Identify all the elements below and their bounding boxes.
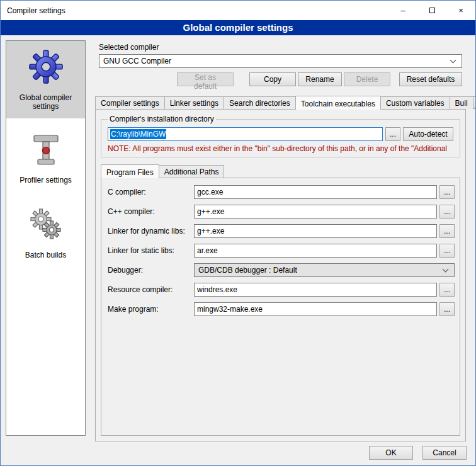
category-sidebar: Global compiler settings Profiler settin… bbox=[6, 40, 86, 436]
form-row: Make program: ... bbox=[108, 302, 455, 316]
close-icon: × bbox=[458, 6, 463, 15]
dialog-banner: Global compiler settings bbox=[1, 20, 475, 35]
profiler-tool-icon bbox=[29, 132, 63, 169]
installation-directory-input[interactable]: C:\raylib\MinGW bbox=[108, 127, 383, 141]
debugger-dropdown[interactable]: GDB/CDB debugger : Default bbox=[194, 263, 455, 277]
form-row: Linker for static libs: ... bbox=[108, 244, 455, 258]
selected-compiler-value: GNU GCC Compiler bbox=[103, 57, 447, 65]
make-program-label: Make program: bbox=[108, 305, 194, 314]
dynamic-linker-input[interactable] bbox=[194, 224, 437, 238]
program-files-tabstrip: Program Files Additional Paths bbox=[101, 164, 465, 178]
tab-compiler-settings[interactable]: Compiler settings bbox=[95, 96, 165, 109]
minimize-icon: – bbox=[400, 6, 405, 15]
cpp-compiler-browse-button[interactable]: ... bbox=[439, 205, 455, 219]
set-as-default-button: Set as default bbox=[177, 72, 234, 86]
window-title: Compiler settings bbox=[7, 6, 65, 15]
cpp-compiler-label: C++ compiler: bbox=[108, 207, 194, 216]
resource-compiler-browse-button[interactable]: ... bbox=[439, 283, 455, 297]
chevron-down-icon bbox=[450, 57, 456, 64]
form-row: C++ compiler: ... bbox=[108, 205, 455, 219]
tab-build-options-clipped[interactable]: Buil bbox=[450, 96, 473, 109]
static-linker-label: Linker for static libs: bbox=[108, 246, 194, 255]
sidebar-item-profiler-settings[interactable]: Profiler settings bbox=[6, 125, 85, 192]
c-compiler-browse-button[interactable]: ... bbox=[439, 185, 455, 199]
maximize-icon bbox=[429, 8, 435, 13]
main-panel: Selected compiler GNU GCC Compiler Set a… bbox=[91, 40, 470, 441]
auto-detect-button[interactable]: Auto-detect bbox=[403, 127, 453, 141]
debugger-label: Debugger: bbox=[108, 266, 194, 275]
static-linker-browse-button[interactable]: ... bbox=[439, 244, 455, 258]
c-compiler-input[interactable] bbox=[194, 185, 437, 199]
c-compiler-label: C compiler: bbox=[108, 188, 194, 196]
static-linker-input[interactable] bbox=[194, 244, 437, 258]
note-text: NOTE: All programs must exist either in … bbox=[108, 144, 453, 153]
titlebar: Compiler settings – × bbox=[1, 1, 475, 20]
form-row: C compiler: ... bbox=[108, 185, 455, 199]
dynamic-linker-label: Linker for dynamic libs: bbox=[108, 227, 194, 236]
rename-button[interactable]: Rename bbox=[298, 72, 342, 86]
blue-gear-icon bbox=[28, 48, 64, 87]
installation-directory-legend: Compiler's installation directory bbox=[108, 115, 216, 123]
form-row: Linker for dynamic libs: ... bbox=[108, 224, 455, 238]
tab-linker-settings[interactable]: Linker settings bbox=[164, 96, 224, 109]
selected-compiler-dropdown[interactable]: GNU GCC Compiler bbox=[99, 54, 462, 68]
close-button[interactable]: × bbox=[446, 1, 475, 20]
reset-defaults-button[interactable]: Reset defaults bbox=[399, 72, 462, 86]
sidebar-item-global-compiler-settings[interactable]: Global compiler settings bbox=[6, 41, 85, 118]
ok-button[interactable]: OK bbox=[369, 446, 413, 460]
sidebar-item-label: Profiler settings bbox=[20, 176, 72, 185]
toolchain-executables-panel: Compiler's installation directory C:\ray… bbox=[95, 109, 466, 441]
delete-button: Delete bbox=[344, 72, 390, 86]
dialog-footer: OK Cancel bbox=[369, 446, 467, 460]
cpp-compiler-input[interactable] bbox=[194, 205, 437, 219]
dynamic-linker-browse-button[interactable]: ... bbox=[439, 224, 455, 238]
selected-compiler-label: Selected compiler bbox=[99, 43, 470, 52]
form-row: Resource compiler: ... bbox=[108, 283, 455, 297]
compiler-tabstrip: Compiler settings Linker settings Search… bbox=[91, 95, 470, 109]
sidebar-item-label: Global compiler settings bbox=[9, 93, 82, 111]
installation-directory-browse-button[interactable]: ... bbox=[385, 127, 400, 141]
installation-directory-value: C:\raylib\MinGW bbox=[110, 129, 166, 139]
compiler-settings-window: Compiler settings – × Global compiler se… bbox=[0, 0, 476, 466]
make-program-browse-button[interactable]: ... bbox=[439, 302, 455, 316]
tab-toolchain-executables[interactable]: Toolchain executables bbox=[295, 96, 381, 110]
installation-directory-row: C:\raylib\MinGW ... Auto-detect bbox=[108, 127, 453, 141]
gray-gears-icon bbox=[28, 206, 64, 244]
copy-button[interactable]: Copy bbox=[249, 72, 296, 86]
resource-compiler-input[interactable] bbox=[194, 283, 437, 297]
compiler-actions-row: Set as default Copy Rename Delete Reset … bbox=[99, 72, 462, 86]
debugger-value: GDB/CDB debugger : Default bbox=[198, 266, 439, 275]
maximize-button[interactable] bbox=[417, 1, 446, 20]
installation-directory-group: Compiler's installation directory C:\ray… bbox=[101, 115, 460, 157]
tab-additional-paths[interactable]: Additional Paths bbox=[159, 165, 225, 178]
tab-program-files[interactable]: Program Files bbox=[101, 164, 159, 178]
sidebar-item-batch-builds[interactable]: Batch builds bbox=[6, 198, 85, 267]
tab-custom-variables[interactable]: Custom variables bbox=[380, 96, 450, 109]
minimize-button[interactable]: – bbox=[388, 1, 417, 20]
cancel-button[interactable]: Cancel bbox=[422, 446, 467, 460]
program-files-panel: C compiler: ... C++ compiler: ... Linker… bbox=[101, 178, 460, 436]
tab-search-directories[interactable]: Search directories bbox=[224, 96, 296, 109]
make-program-input[interactable] bbox=[194, 302, 437, 316]
sidebar-item-label: Batch builds bbox=[25, 251, 66, 259]
window-controls: – × bbox=[388, 1, 475, 20]
dialog-content: Global compiler settings Profiler settin… bbox=[1, 35, 475, 466]
chevron-down-icon bbox=[443, 266, 449, 273]
form-row: Debugger: GDB/CDB debugger : Default bbox=[108, 263, 455, 277]
resource-compiler-label: Resource compiler: bbox=[108, 285, 194, 294]
